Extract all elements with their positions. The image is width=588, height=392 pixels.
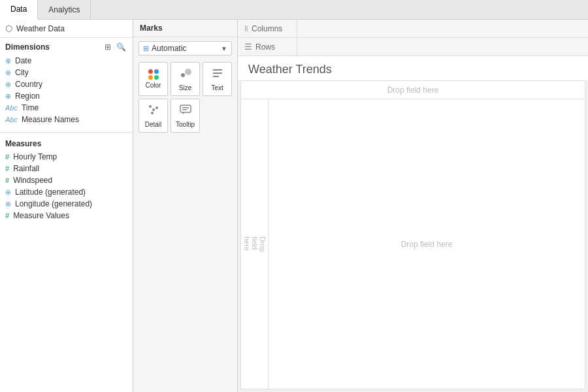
- chart-body: Dropfieldhere Drop field here: [241, 99, 585, 389]
- svg-rect-4: [213, 76, 219, 77]
- datasource-icon: ⬡: [5, 24, 12, 33]
- field-measure-values[interactable]: # Measure Values: [0, 210, 133, 221]
- top-drop-area[interactable]: Drop field here: [241, 81, 585, 99]
- measures-title: Measures: [5, 139, 41, 148]
- left-panel: ⬡ Weather Data Dimensions ⊞ 🔍 ⊕ Date ⊕ C…: [0, 20, 133, 392]
- field-country[interactable]: ⊕ Country: [0, 78, 133, 90]
- datasource-name: Weather Data: [16, 24, 65, 33]
- rows-icon: ☰: [244, 42, 252, 52]
- hash-icon: #: [5, 212, 9, 220]
- svg-rect-2: [213, 69, 222, 71]
- field-latitude[interactable]: ⊕ Latitude (generated): [0, 186, 133, 198]
- field-measure-names[interactable]: Abc Measure Names: [0, 114, 133, 125]
- svg-point-0: [181, 73, 185, 77]
- marks-type-label: Automatic: [152, 44, 218, 53]
- globe-icon: ⊕: [5, 188, 11, 197]
- field-date[interactable]: ⊕ Date: [0, 55, 133, 67]
- chart-inner: Drop field here Dropfieldhere Drop field…: [241, 81, 585, 389]
- size-button[interactable]: Size: [171, 62, 200, 96]
- field-windspeed[interactable]: # Windspeed: [0, 174, 133, 186]
- tooltip-button[interactable]: Tooltip: [171, 99, 200, 133]
- svg-rect-12: [182, 109, 187, 110]
- svg-point-7: [155, 106, 158, 109]
- marks-buttons: Color Size: [133, 59, 237, 135]
- measures-list: # Hourly Temp # Rainfall # Windspeed ⊕ L…: [0, 151, 133, 225]
- columns-drop-area[interactable]: [297, 20, 588, 37]
- svg-point-1: [185, 69, 191, 75]
- globe-icon: ⊕: [5, 92, 11, 101]
- main-drop-label: Drop field here: [401, 240, 453, 249]
- detail-icon: [147, 103, 160, 119]
- text-icon: [211, 67, 224, 82]
- top-drop-label: Drop field here: [387, 86, 439, 95]
- marks-type-dropdown[interactable]: ⊞ Automatic ▼: [139, 41, 232, 56]
- dimensions-grid-icon[interactable]: ⊞: [103, 42, 112, 52]
- globe-icon: ⊕: [5, 69, 11, 77]
- svg-rect-11: [182, 107, 189, 108]
- top-tab-bar: Data Analytics: [0, 0, 588, 20]
- svg-point-6: [152, 108, 155, 111]
- dimensions-header: Dimensions ⊞ 🔍: [0, 38, 133, 55]
- main-layout: ⬡ Weather Data Dimensions ⊞ 🔍 ⊕ Date ⊕ C…: [0, 20, 588, 392]
- color-icon: [148, 69, 159, 80]
- field-city[interactable]: ⊕ City: [0, 67, 133, 78]
- text-button[interactable]: Text: [203, 62, 232, 96]
- divider: [0, 132, 133, 133]
- size-icon: [179, 67, 192, 82]
- columns-label: ⫴ Columns: [238, 24, 297, 34]
- marks-type-icon: ⊞: [143, 44, 149, 53]
- marks-header: Marks: [133, 20, 237, 37]
- color-button[interactable]: Color: [139, 62, 168, 96]
- field-region[interactable]: ⊕ Region: [0, 90, 133, 102]
- hash-icon: #: [5, 165, 9, 172]
- dimensions-list: ⊕ Date ⊕ City ⊕ Country ⊕ Region Abc Tim…: [0, 55, 133, 129]
- marks-panel: Marks ⊞ Automatic ▼ Color: [133, 20, 238, 392]
- svg-marker-10: [182, 112, 184, 114]
- svg-rect-3: [213, 73, 222, 74]
- canvas-wrapper: Weather Trends Drop field here Dropfield…: [238, 56, 588, 392]
- field-hourly-temp[interactable]: # Hourly Temp: [0, 151, 133, 163]
- globe-icon: ⊕: [5, 80, 11, 89]
- field-rainfall[interactable]: # Rainfall: [0, 163, 133, 174]
- tooltip-icon: [179, 103, 192, 119]
- globe-icon: ⊕: [5, 57, 11, 65]
- tab-data[interactable]: Data: [0, 0, 38, 20]
- svg-rect-9: [180, 105, 191, 112]
- measures-header: Measures: [0, 135, 133, 151]
- field-longitude[interactable]: ⊕ Longitude (generated): [0, 198, 133, 210]
- abc-icon: Abc: [5, 104, 18, 112]
- dimensions-icons: ⊞ 🔍: [103, 42, 127, 52]
- dimensions-search-icon[interactable]: 🔍: [115, 42, 127, 52]
- abc-icon: Abc: [5, 116, 18, 123]
- chevron-down-icon: ▼: [221, 45, 227, 52]
- tab-analytics[interactable]: Analytics: [38, 0, 91, 19]
- globe-icon: ⊕: [5, 200, 11, 208]
- svg-point-8: [151, 112, 154, 114]
- left-drop-label: Dropfieldhere: [243, 237, 267, 252]
- chart-title: Weather Trends: [238, 56, 588, 80]
- rows-drop-area[interactable]: [297, 38, 588, 56]
- field-time[interactable]: Abc Time: [0, 102, 133, 114]
- rows-label: ☰ Rows: [238, 42, 297, 52]
- dimensions-title: Dimensions: [5, 42, 50, 52]
- hash-icon: #: [5, 176, 9, 184]
- detail-button[interactable]: Detail: [139, 99, 168, 133]
- columns-icon: ⫴: [244, 24, 248, 34]
- datasource-row[interactable]: ⬡ Weather Data: [0, 20, 133, 38]
- right-panel: ⫴ Columns ☰ Rows Weather Trends Drop fie…: [238, 20, 588, 392]
- columns-shelf[interactable]: ⫴ Columns: [238, 20, 588, 38]
- main-drop-area[interactable]: Drop field here: [269, 99, 585, 389]
- chart-area: Drop field here Dropfieldhere Drop field…: [240, 80, 585, 389]
- hash-icon: #: [5, 153, 9, 161]
- svg-point-5: [149, 105, 152, 108]
- left-drop-area[interactable]: Dropfieldhere: [241, 99, 269, 389]
- rows-shelf[interactable]: ☰ Rows: [238, 38, 588, 56]
